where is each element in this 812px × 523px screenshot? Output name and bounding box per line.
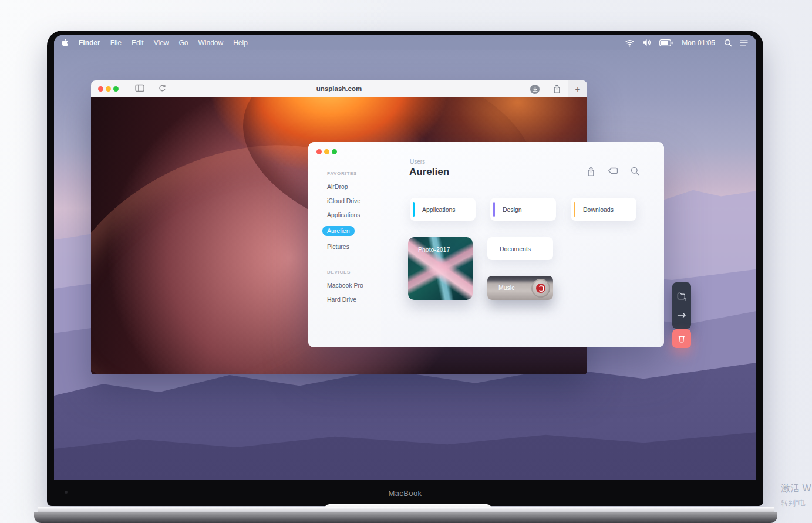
new-tab-button[interactable]: + [568, 80, 587, 97]
downloads-icon[interactable] [530, 85, 540, 94]
sidebar-section-devices: DEVICES [327, 269, 381, 275]
sidebar-item-airdrop[interactable]: AirDrop [327, 184, 381, 190]
zoom-window-button[interactable] [113, 86, 119, 92]
floating-action-bar [672, 282, 691, 329]
finder-main: Users Aurelien Applications [381, 142, 664, 347]
wifi-icon[interactable] [625, 39, 635, 47]
breadcrumb: Users [410, 158, 425, 165]
address-bar[interactable]: unsplash.com [316, 80, 362, 97]
folder-card-photo-2017[interactable]: Photo-2017 [408, 237, 473, 300]
volume-icon[interactable] [642, 39, 652, 46]
folder-accent [493, 202, 495, 217]
folder-card-documents[interactable]: Documents [487, 237, 553, 260]
folder-card-design[interactable]: Design [490, 198, 556, 221]
trash-icon [678, 334, 686, 343]
menu-item-help[interactable]: Help [233, 39, 248, 47]
sidebar-item-pictures[interactable]: Pictures [327, 244, 381, 250]
close-window-button[interactable] [98, 86, 103, 92]
new-folder-button[interactable] [677, 292, 687, 301]
spotlight-search-icon[interactable] [724, 39, 732, 47]
finder-window: FAVORITES AirDrop iCloud Drive Applicati… [308, 142, 664, 347]
sidebar-item-hard-drive[interactable]: Hard Drive [327, 296, 381, 303]
menu-item-go[interactable]: Go [179, 39, 188, 47]
folder-card-music[interactable]: Music [487, 276, 553, 300]
sidebar-item-applications[interactable]: Applications [327, 212, 381, 218]
page-title: Aurelien [409, 166, 449, 178]
battery-icon[interactable] [659, 39, 673, 46]
delete-button[interactable] [672, 329, 691, 348]
device-label: MacBook [47, 489, 763, 498]
move-forward-button[interactable] [677, 311, 686, 319]
menu-clock[interactable]: Mon 01:05 [682, 39, 715, 47]
zoom-window-button[interactable] [332, 149, 337, 154]
folder-card-downloads[interactable]: Downloads [571, 198, 636, 221]
folder-card-applications[interactable]: Applications [410, 198, 476, 221]
beats-logo [536, 284, 545, 293]
menu-app-name[interactable]: Finder [79, 39, 100, 47]
menu-item-view[interactable]: View [154, 39, 169, 47]
minimize-window-button[interactable] [106, 86, 111, 92]
close-window-button[interactable] [316, 149, 322, 154]
sidebar-item-aurelien-selected[interactable]: Aurelien [327, 226, 381, 236]
minimize-window-button[interactable] [324, 149, 329, 154]
activation-watermark: 激活 W 转到“电 [781, 482, 811, 508]
sidebar-item-macbook-pro[interactable]: Macbook Pro [327, 282, 381, 289]
sidebar-section-favorites: FAVORITES [327, 171, 381, 176]
menu-bar: Finder File Edit View Go Window Help Mon… [54, 35, 756, 50]
laptop-base-edge [38, 507, 774, 512]
menu-list-icon[interactable] [740, 39, 748, 46]
folder-accent [574, 202, 575, 217]
sidebar-toggle-icon[interactable] [135, 84, 144, 92]
folder-accent [413, 202, 415, 217]
desktop-mockup: Finder File Edit View Go Window Help Mon… [0, 0, 812, 523]
sidebar-item-icloud-drive[interactable]: iCloud Drive [327, 198, 381, 204]
menu-item-file[interactable]: File [110, 39, 122, 47]
reload-icon[interactable] [158, 84, 167, 93]
search-icon[interactable] [631, 167, 639, 177]
laptop-base [34, 512, 777, 523]
safari-toolbar: unsplash.com + [91, 80, 587, 97]
share-icon[interactable] [587, 167, 595, 177]
menu-item-edit[interactable]: Edit [132, 39, 144, 47]
menu-item-window[interactable]: Window [198, 39, 224, 47]
finder-sidebar: FAVORITES AirDrop iCloud Drive Applicati… [308, 142, 382, 347]
share-icon[interactable] [552, 84, 561, 94]
tag-icon[interactable] [608, 167, 618, 177]
apple-menu-icon[interactable] [61, 38, 69, 47]
